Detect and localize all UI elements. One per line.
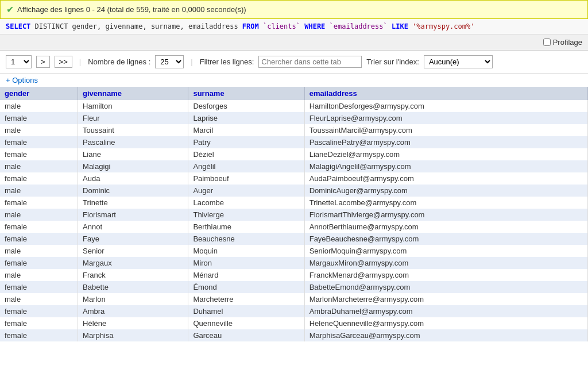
cell-givenname: Babette: [78, 281, 188, 293]
cell-gender: male: [0, 245, 78, 257]
cell-surname: Patry: [188, 136, 304, 148]
cell-emailaddress: MalagigiAngelil@armyspy.com: [304, 160, 587, 172]
cell-givenname: Dominic: [78, 185, 188, 197]
table-row: femaleBabetteÉmondBabetteEmond@armyspy.c…: [0, 281, 588, 293]
cell-surname: Thivierge: [188, 209, 304, 221]
cell-surname: Auger: [188, 185, 304, 197]
cell-givenname: Hamilton: [78, 100, 188, 112]
cell-surname: Marcil: [188, 124, 304, 136]
cell-emailaddress: DominicAuger@armyspy.com: [304, 185, 587, 197]
data-table: gendergivennamesurnameemailaddress maleH…: [0, 87, 588, 341]
sql-value: '%armyspy.com%': [412, 22, 474, 30]
cell-emailaddress: MarlonMarcheterre@armyspy.com: [304, 293, 587, 305]
cell-emailaddress: LianeDeziel@armyspy.com: [304, 148, 587, 160]
cell-surname: Desforges: [188, 100, 304, 112]
cell-surname: Angélil: [188, 160, 304, 172]
cell-emailaddress: FranckMenard@armyspy.com: [304, 269, 587, 281]
cell-gender: female: [0, 233, 78, 245]
cell-emailaddress: ToussaintMarcil@armyspy.com: [304, 124, 587, 136]
last-page-button[interactable]: >>: [55, 56, 72, 68]
cell-givenname: Liane: [78, 148, 188, 160]
cell-gender: male: [0, 160, 78, 172]
column-header-gender[interactable]: gender: [0, 87, 78, 100]
cell-givenname: Senior: [78, 245, 188, 257]
table-body: maleHamiltonDesforgesHamiltonDesforges@a…: [0, 100, 588, 341]
cell-gender: female: [0, 148, 78, 160]
options-link[interactable]: + Options: [0, 74, 588, 87]
profilage-checkbox[interactable]: [543, 39, 551, 46]
sql-text-1: DISTINCT gender, givenname, surname, ema…: [35, 22, 242, 30]
cell-givenname: Malagigi: [78, 160, 188, 172]
cell-givenname: Florismart: [78, 209, 188, 221]
column-header-emailaddress[interactable]: emailaddress: [304, 87, 587, 100]
cell-emailaddress: AmbraDuhamel@armyspy.com: [304, 305, 587, 317]
cell-surname: Marcheterre: [188, 293, 304, 305]
toolbar-bar: Profilage: [0, 34, 588, 51]
cell-gender: male: [0, 185, 78, 197]
cell-emailaddress: HamiltonDesforges@armyspy.com: [304, 100, 587, 112]
rows-select[interactable]: 25: [155, 55, 184, 68]
cell-givenname: Margaux: [78, 257, 188, 269]
cell-emailaddress: HeleneQuenneville@armyspy.com: [304, 317, 587, 329]
cell-givenname: Ambra: [78, 305, 188, 317]
table-row: maleFranckMénardFranckMenard@armyspy.com: [0, 269, 588, 281]
rows-label: Nombre de lignes :: [88, 57, 150, 66]
cell-surname: Quenneville: [188, 317, 304, 329]
cell-emailaddress: BabetteEmond@armyspy.com: [304, 281, 587, 293]
column-header-givenname[interactable]: givenname: [78, 87, 188, 100]
cell-surname: Lacombe: [188, 197, 304, 209]
cell-gender: female: [0, 197, 78, 209]
cell-surname: Garceau: [188, 329, 304, 341]
cell-givenname: Fleur: [78, 112, 188, 124]
cell-givenname: Marphisa: [78, 329, 188, 341]
next-page-button[interactable]: >: [36, 56, 50, 68]
table-row: femaleAmbraDuhamelAmbraDuhamel@armyspy.c…: [0, 305, 588, 317]
cell-givenname: Annot: [78, 221, 188, 233]
table-row: femaleMargauxMironMargauxMiron@armyspy.c…: [0, 257, 588, 269]
sql-keyword-where: WHERE: [304, 22, 325, 30]
cell-surname: Paimboeuf: [188, 172, 304, 185]
cell-surname: Émond: [188, 281, 304, 293]
cell-surname: Beauchesne: [188, 233, 304, 245]
page-select[interactable]: 1: [6, 55, 32, 68]
status-message: Affichage des lignes 0 - 24 (total de 55…: [17, 5, 246, 14]
cell-gender: female: [0, 136, 78, 148]
cell-gender: female: [0, 329, 78, 341]
cell-givenname: Trinette: [78, 197, 188, 209]
check-icon: ✔: [6, 4, 14, 15]
table-row: maleFlorismartThiviergeFlorismartThivier…: [0, 209, 588, 221]
cell-givenname: Faye: [78, 233, 188, 245]
cell-givenname: Toussaint: [78, 124, 188, 136]
cell-surname: Laprise: [188, 112, 304, 124]
cell-emailaddress: PascalinePatry@armyspy.com: [304, 136, 587, 148]
cell-surname: Miron: [188, 257, 304, 269]
filter-input[interactable]: [258, 56, 362, 68]
sql-column: `emailaddress`: [330, 22, 392, 30]
table-row: maleMalagigiAngélilMalagigiAngelil@armys…: [0, 160, 588, 172]
sql-table: `clients`: [263, 22, 304, 30]
table-row: maleToussaintMarcilToussaintMarcil@armys…: [0, 124, 588, 136]
cell-gender: female: [0, 257, 78, 269]
index-label: Trier sur l'index:: [366, 57, 419, 66]
cell-gender: male: [0, 269, 78, 281]
separator2: |: [191, 57, 192, 66]
cell-emailaddress: AnnotBerthiaume@armyspy.com: [304, 221, 587, 233]
cell-emailaddress: TrinetteLacombe@armyspy.com: [304, 197, 587, 209]
cell-surname: Duhamel: [188, 305, 304, 317]
column-header-surname[interactable]: surname: [188, 87, 304, 100]
cell-emailaddress: MargauxMiron@armyspy.com: [304, 257, 587, 269]
table-row: femaleMarphisaGarceauMarphisaGarceau@arm…: [0, 329, 588, 341]
cell-gender: female: [0, 281, 78, 293]
cell-givenname: Marlon: [78, 293, 188, 305]
cell-gender: female: [0, 172, 78, 185]
index-select[interactable]: Aucun(e): [424, 55, 493, 68]
cell-gender: male: [0, 209, 78, 221]
profilage-label[interactable]: Profilage: [543, 38, 582, 47]
cell-givenname: Auda: [78, 172, 188, 185]
cell-emailaddress: AudaPaimboeuf@armyspy.com: [304, 172, 587, 185]
table-row: femaleAnnotBerthiaumeAnnotBerthiaume@arm…: [0, 221, 588, 233]
sql-keyword-like: LIKE: [392, 22, 408, 30]
cell-gender: female: [0, 305, 78, 317]
cell-emailaddress: FayeBeauchesne@armyspy.com: [304, 233, 587, 245]
cell-gender: male: [0, 124, 78, 136]
